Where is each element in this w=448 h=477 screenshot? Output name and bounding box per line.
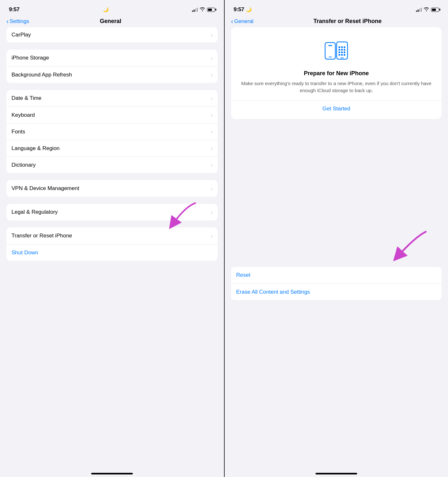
- wifi-icon-right: [424, 7, 429, 12]
- page-title-left: General: [29, 18, 192, 25]
- left-phone-panel: 9:57 🌙 ‹ Settings General: [0, 0, 224, 477]
- prepare-title: Prepare for New iPhone: [237, 70, 435, 77]
- fonts-chevron: ›: [211, 129, 212, 134]
- vpn-row[interactable]: VPN & Device Management ›: [6, 180, 218, 197]
- storage-group: iPhone Storage › Background App Refresh …: [6, 50, 218, 83]
- moon-icon-left: 🌙: [103, 7, 109, 12]
- signal-icon-left: [192, 8, 198, 12]
- transfer-reset-chevron: ›: [211, 233, 212, 239]
- language-region-row[interactable]: Language & Region ›: [6, 140, 218, 156]
- date-time-group: Date & Time › Keyboard › Fonts › Languag…: [6, 90, 218, 173]
- status-icons-right: [416, 7, 439, 12]
- get-started-button[interactable]: Get Started: [237, 106, 435, 112]
- keyboard-row[interactable]: Keyboard ›: [6, 107, 218, 123]
- date-time-card: Date & Time › Keyboard › Fonts › Languag…: [6, 90, 218, 173]
- back-button-left[interactable]: ‹ Settings: [6, 18, 29, 25]
- back-button-right[interactable]: ‹ General: [231, 18, 253, 25]
- page-title-right: Transfer or Reset iPhone: [253, 18, 442, 25]
- reset-row[interactable]: Reset: [231, 267, 442, 283]
- time-right: 9:57: [234, 6, 244, 13]
- iphone-storage-label: iPhone Storage: [12, 55, 49, 61]
- legal-group: Legal & Regulatory ›: [6, 204, 218, 220]
- transfer-group: Transfer or Reset iPhone › Shut Down: [6, 227, 218, 261]
- shut-down-label: Shut Down: [12, 250, 38, 256]
- keyboard-chevron: ›: [211, 112, 212, 118]
- shut-down-row[interactable]: Shut Down: [6, 244, 218, 261]
- svg-rect-5: [341, 46, 343, 48]
- vpn-card: VPN & Device Management ›: [6, 180, 218, 197]
- time-left: 9:57: [9, 6, 20, 13]
- legal-card: Legal & Regulatory ›: [6, 204, 218, 220]
- svg-rect-12: [344, 52, 345, 53]
- back-chevron-left: ‹: [6, 18, 9, 24]
- status-bar-right: 9:57 🌙: [225, 0, 448, 17]
- date-time-label: Date & Time: [12, 95, 42, 101]
- vpn-label: VPN & Device Management: [12, 185, 79, 192]
- status-icons-left: [192, 7, 215, 12]
- carplay-group: CarPlay ›: [6, 27, 218, 43]
- svg-rect-10: [339, 52, 340, 53]
- date-time-chevron: ›: [211, 96, 212, 101]
- legal-chevron: ›: [211, 210, 212, 215]
- right-phone-panel: 9:57 🌙 ‹ General Transfer or Re: [224, 0, 448, 477]
- erase-label: Erase All Content and Settings: [236, 289, 310, 295]
- purple-arrow-annotation-right: [381, 227, 429, 265]
- battery-icon-left: [207, 8, 215, 12]
- prepare-icon: [237, 36, 435, 65]
- phones-illustration: [322, 36, 351, 65]
- home-indicator-left: [0, 466, 224, 477]
- transfer-reset-label: Transfer or Reset iPhone: [12, 233, 72, 239]
- svg-rect-13: [339, 54, 340, 56]
- svg-rect-1: [328, 45, 332, 46]
- dictionary-label: Dictionary: [12, 162, 36, 168]
- status-bar-left: 9:57 🌙: [0, 0, 224, 17]
- wifi-icon-left: [200, 7, 205, 12]
- fonts-label: Fonts: [12, 129, 25, 135]
- language-region-chevron: ›: [211, 146, 212, 151]
- svg-rect-7: [339, 49, 340, 51]
- legal-row[interactable]: Legal & Regulatory ›: [6, 204, 218, 220]
- home-bar-left: [91, 473, 133, 474]
- vpn-group: VPN & Device Management ›: [6, 180, 218, 197]
- home-indicator-right: [225, 466, 448, 477]
- back-label-right: General: [234, 18, 253, 25]
- prepare-divider: [231, 100, 442, 101]
- nav-bar-left: ‹ Settings General: [0, 17, 224, 27]
- transfer-reset-row[interactable]: Transfer or Reset iPhone ›: [6, 227, 218, 244]
- scroll-content-right: Prepare for New iPhone Make sure everyth…: [225, 27, 448, 466]
- erase-row[interactable]: Erase All Content and Settings: [231, 283, 442, 300]
- dictionary-chevron: ›: [211, 162, 212, 168]
- background-app-refresh-row[interactable]: Background App Refresh ›: [6, 66, 218, 83]
- svg-rect-4: [339, 46, 340, 48]
- signal-icon-right: [416, 8, 422, 12]
- back-chevron-right: ‹: [231, 18, 233, 24]
- legal-label: Legal & Regulatory: [12, 209, 58, 215]
- moon-icon-right: 🌙: [246, 7, 252, 12]
- prepare-desc: Make sure everything's ready to transfer…: [237, 80, 435, 94]
- svg-rect-11: [341, 52, 343, 53]
- carplay-chevron: ›: [211, 32, 212, 38]
- iphone-storage-row[interactable]: iPhone Storage ›: [6, 50, 218, 66]
- svg-rect-8: [341, 49, 343, 51]
- reset-card: Reset Erase All Content and Settings: [231, 267, 442, 300]
- scroll-content-left: CarPlay › iPhone Storage › Background Ap…: [0, 27, 224, 466]
- background-app-refresh-chevron: ›: [211, 72, 212, 77]
- keyboard-label: Keyboard: [12, 112, 35, 118]
- svg-rect-6: [344, 46, 345, 48]
- battery-icon-right: [431, 8, 439, 12]
- back-label-left: Settings: [10, 18, 29, 25]
- storage-card: iPhone Storage › Background App Refresh …: [6, 50, 218, 83]
- svg-rect-15: [344, 54, 345, 56]
- date-time-row[interactable]: Date & Time ›: [6, 90, 218, 107]
- dictionary-row[interactable]: Dictionary ›: [6, 156, 218, 173]
- background-app-refresh-label: Background App Refresh: [12, 72, 72, 78]
- fonts-row[interactable]: Fonts ›: [6, 123, 218, 140]
- reset-label: Reset: [236, 272, 250, 278]
- vpn-chevron: ›: [211, 186, 212, 191]
- transfer-card: Transfer or Reset iPhone › Shut Down: [6, 227, 218, 261]
- reset-group-container: Reset Erase All Content and Settings: [231, 267, 442, 300]
- carplay-label: CarPlay: [12, 32, 31, 38]
- svg-rect-14: [341, 54, 343, 56]
- iphone-storage-chevron: ›: [211, 55, 212, 61]
- prepare-card: Prepare for New iPhone Make sure everyth…: [231, 27, 442, 119]
